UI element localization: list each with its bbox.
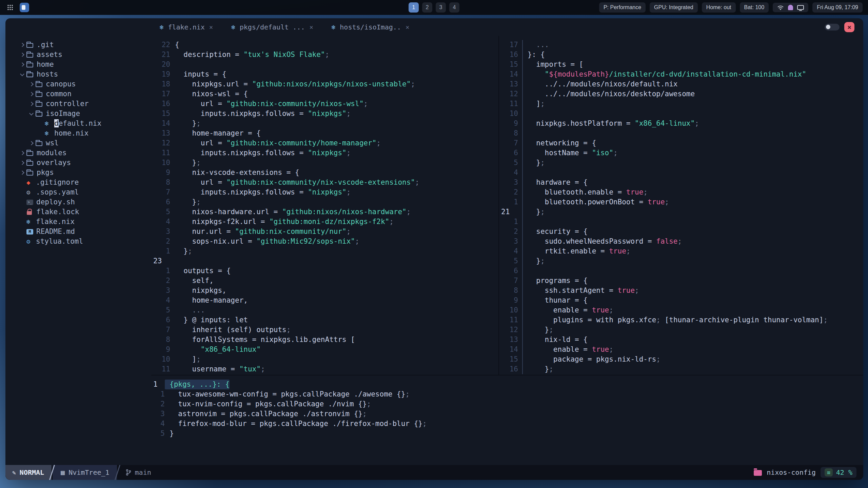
code-line[interactable]: 10 ];	[151, 354, 498, 364]
code-line[interactable]: 8 ssh.startAgent = true;	[499, 286, 863, 296]
code-line[interactable]: 15 inputs.nixpkgs.follows = "nixpkgs";	[151, 109, 498, 119]
code-line[interactable]: 2 tux-nvim-config = pkgs.callPackage ./n…	[151, 399, 863, 409]
code-line[interactable]: 1 };	[151, 246, 498, 256]
code-line[interactable]: 4 home-manager,	[151, 296, 498, 305]
code-line[interactable]: 4 nixpkgs-f2k.url = "github:moni-dz/nixp…	[151, 217, 498, 227]
code-line[interactable]: 9 "x86_64-linux"	[151, 345, 498, 354]
tree-file-stylua.toml[interactable]: ⚙stylua.toml	[19, 237, 151, 246]
code-line[interactable]: 2 security = {	[499, 227, 863, 237]
tree-file-.sops.yaml[interactable]: ⚙.sops.yaml	[19, 187, 151, 197]
tab-hosts-isoimage[interactable]: ❄ hosts/isoImag.. ×	[332, 23, 410, 31]
code-line[interactable]: 4	[499, 168, 863, 178]
code-line[interactable]: 6 };	[151, 197, 498, 207]
code-line[interactable]: 12 };	[499, 325, 863, 335]
code-line[interactable]: 7 networking = {	[499, 138, 863, 148]
tab-close-icon[interactable]: ×	[309, 23, 313, 31]
workspace-button-3[interactable]: 3	[436, 2, 446, 13]
code-line[interactable]: 13 nix-ld = {	[499, 335, 863, 345]
tree-folder-controller[interactable]: controller	[19, 99, 151, 109]
code-line[interactable]: 13 ../../modules/nixos/default.nix	[499, 79, 863, 89]
code-line[interactable]: 6	[499, 266, 863, 276]
code-line[interactable]: 5 };	[499, 256, 863, 266]
code-line[interactable]: 16 url = "github:nix-community/nixos-wsl…	[151, 99, 498, 109]
code-line[interactable]: 22{	[151, 40, 498, 50]
tree-folder-wsl[interactable]: wsl	[19, 138, 151, 148]
tree-folder-isoImage[interactable]: isoImage	[19, 109, 151, 119]
code-line[interactable]: 21 };	[499, 207, 863, 217]
editor-flake[interactable]: 22{21 description = "tux's NixOS Flake";…	[151, 36, 498, 375]
tree-folder-hosts[interactable]: hosts	[19, 69, 151, 79]
code-line[interactable]: 9 nixpkgs.hostPlatform = "x86_64-linux";	[499, 119, 863, 128]
code-line[interactable]: 6 } @ inputs: let	[151, 315, 498, 325]
window-close-button[interactable]: ×	[844, 22, 854, 32]
code-line[interactable]: 3 nur.url = "github:nix-community/nur";	[151, 227, 498, 237]
code-line[interactable]: 17 ...	[499, 40, 863, 50]
code-line[interactable]: 2 self,	[151, 276, 498, 286]
tree-file-default.nix[interactable]: ❄default.nix	[19, 119, 151, 128]
tree-file-deploy.sh[interactable]: >_deploy.sh	[19, 197, 151, 207]
code-line[interactable]: 5 ...	[151, 305, 498, 315]
code-line[interactable]: 1 tux-awesome-wm-config = pkgs.callPacka…	[151, 389, 863, 399]
code-line[interactable]: 11 ];	[499, 99, 863, 109]
apps-grid-button[interactable]	[5, 3, 15, 12]
tree-folder-canopus[interactable]: canopus	[19, 79, 151, 89]
code-line[interactable]: 9 thunar = {	[499, 296, 863, 305]
tray-icons[interactable]	[773, 3, 808, 12]
code-line[interactable]: 1	[499, 217, 863, 227]
code-line[interactable]: 7 inherit (self) outputs;	[151, 325, 498, 335]
code-line[interactable]: 10	[499, 109, 863, 119]
code-line[interactable]: 6 hostName = "iso";	[499, 148, 863, 158]
code-line[interactable]: 3 sudo.wheelNeedsPassword = false;	[499, 237, 863, 246]
window-toggle[interactable]	[825, 24, 840, 30]
code-line[interactable]: 13 home-manager = {	[151, 128, 498, 138]
code-line[interactable]: 4 rtkit.enable = true;	[499, 246, 863, 256]
workspace-button-4[interactable]: 4	[449, 2, 459, 13]
tree-file-.gitignore[interactable]: ◆.gitignore	[19, 178, 151, 187]
workspace-button-1[interactable]: 1	[409, 2, 419, 13]
tree-folder-overlays[interactable]: overlays	[19, 158, 151, 168]
tree-folder-assets[interactable]: assets	[19, 50, 151, 60]
code-line[interactable]: 11 inputs.nixpkgs.follows = "nixpkgs";	[151, 148, 498, 158]
file-tree[interactable]: .gitassetshomehostscanopuscommoncontroll…	[5, 36, 151, 465]
tab-pkgs-default[interactable]: ❄ pkgs/default ... ×	[231, 23, 313, 31]
code-line[interactable]: 5}	[151, 429, 863, 439]
code-line[interactable]: 18 nixpkgs.url = "github:nixos/nixpkgs/n…	[151, 79, 498, 89]
code-line[interactable]: 16 };	[499, 364, 863, 374]
editor-pkgs[interactable]: 1{pkgs, ...}: {1 tux-awesome-wm-config =…	[151, 375, 863, 439]
code-line[interactable]: 1{pkgs, ...}: {	[151, 380, 863, 389]
tree-file-home.nix[interactable]: ❄home.nix	[19, 128, 151, 138]
code-line[interactable]: 7 programs = {	[499, 276, 863, 286]
code-line[interactable]: 23	[151, 256, 498, 266]
code-line[interactable]: 10 };	[151, 158, 498, 168]
code-line[interactable]: 14 enable = true;	[499, 345, 863, 354]
code-line[interactable]: 2 sops-nix.url = "github:Mic92/sops-nix"…	[151, 237, 498, 246]
code-line[interactable]: 11 username = "tux";	[151, 364, 498, 374]
workspace-button-2[interactable]: 2	[422, 2, 432, 13]
code-line[interactable]: 14 };	[151, 119, 498, 128]
code-line[interactable]: 10 enable = true;	[499, 305, 863, 315]
tab-close-icon[interactable]: ×	[406, 23, 409, 31]
code-line[interactable]: 15 package = pkgs.nix-ld-rs;	[499, 354, 863, 364]
tree-file-README.md[interactable]: MREADME.md	[19, 227, 151, 237]
tree-file-flake.lock[interactable]: flake.lock	[19, 207, 151, 217]
tree-folder-home[interactable]: home	[19, 60, 151, 69]
code-line[interactable]: 11 plugins = with pkgs.xfce; [thunar-arc…	[499, 315, 863, 325]
code-line[interactable]: 7 inputs.nixpkgs.follows = "nixpkgs";	[151, 187, 498, 197]
code-line[interactable]: 3 nixpkgs,	[151, 286, 498, 296]
code-line[interactable]: 21 description = "tux's NixOS Flake";	[151, 50, 498, 60]
tree-folder-common[interactable]: common	[19, 89, 151, 99]
code-line[interactable]: 17 nixos-wsl = {	[151, 89, 498, 99]
code-line[interactable]: 12 url = "github:nix-community/home-mana…	[151, 138, 498, 148]
launcher-logo-button[interactable]	[20, 3, 29, 12]
tree-folder-pkgs[interactable]: pkgs	[19, 168, 151, 178]
code-line[interactable]: 5 };	[499, 158, 863, 168]
code-line[interactable]: 15 imports = [	[499, 60, 863, 69]
code-line[interactable]: 9 nix-vscode-extensions = {	[151, 168, 498, 178]
code-line[interactable]: 20	[151, 60, 498, 69]
tree-folder-.git[interactable]: .git	[19, 40, 151, 50]
editor-iso[interactable]: 17 ...16}: {15 imports = [14 "${modulesP…	[498, 36, 863, 375]
code-line[interactable]: 12 ../../modules/nixos/desktop/awesome	[499, 89, 863, 99]
code-line[interactable]: 8	[499, 128, 863, 138]
code-line[interactable]: 4 firefox-mod-blur = pkgs.callPackage ./…	[151, 419, 863, 429]
code-line[interactable]: 14 "${modulesPath}/installer/cd-dvd/inst…	[499, 69, 863, 79]
